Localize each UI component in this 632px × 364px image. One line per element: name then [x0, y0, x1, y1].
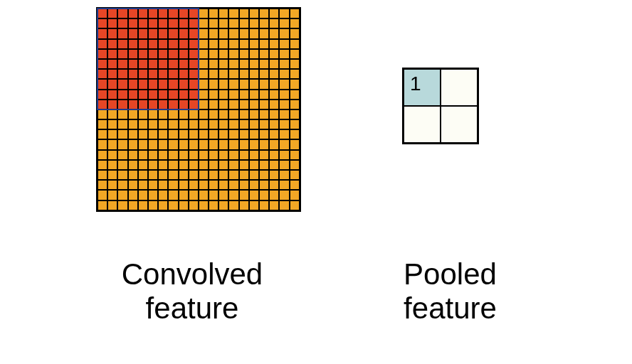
region-cell: [138, 100, 148, 109]
convolved-cell: [209, 69, 218, 79]
convolved-cell: [239, 139, 249, 149]
convolved-cell: [249, 69, 259, 79]
convolved-cell: [228, 69, 238, 79]
convolved-cell: [290, 180, 300, 190]
convolved-cell: [259, 109, 269, 119]
convolved-cell: [228, 79, 238, 89]
convolved-cell: [290, 160, 300, 170]
convolved-cell: [239, 69, 249, 79]
region-cell: [148, 39, 158, 49]
convolved-cell: [138, 180, 148, 190]
convolved-cell: [148, 190, 158, 200]
region-cell: [168, 28, 178, 38]
convolved-cell: [138, 139, 148, 149]
region-cell: [158, 100, 168, 109]
region-cell: [148, 18, 158, 28]
convolved-cell: [218, 129, 228, 139]
region-cell: [128, 69, 138, 79]
convolved-cell: [259, 18, 269, 28]
convolved-cell: [228, 119, 238, 129]
convolved-cell: [158, 200, 168, 210]
convolved-cell: [228, 90, 238, 100]
convolved-cell: [168, 190, 178, 200]
region-cell: [148, 100, 158, 109]
convolved-cell: [249, 129, 259, 139]
region-cell: [98, 69, 107, 79]
convolved-cell: [179, 150, 189, 160]
region-cell: [107, 18, 117, 28]
region-cell: [98, 90, 107, 100]
convolved-cell: [117, 160, 127, 170]
convolved-cell: [228, 28, 238, 38]
region-cell: [128, 9, 138, 18]
convolved-label: Convolved feature: [85, 257, 299, 326]
convolved-cell: [269, 150, 279, 160]
pooled-label-line1: Pooled: [404, 257, 497, 291]
convolved-cell: [218, 109, 228, 119]
convolved-cell: [138, 160, 148, 170]
convolved-cell: [290, 100, 300, 109]
region-cell: [98, 49, 107, 59]
convolved-cell: [269, 28, 279, 38]
convolved-cell: [279, 39, 289, 49]
region-cell: [168, 9, 178, 18]
region-cell: [117, 100, 127, 109]
region-cell: [128, 49, 138, 59]
region-cell: [148, 69, 158, 79]
convolved-cell: [209, 109, 218, 119]
convolved-cell: [249, 200, 259, 210]
region-cell: [158, 90, 168, 100]
convolved-cell: [199, 90, 209, 100]
region-cell: [107, 100, 117, 109]
region-cell: [117, 59, 127, 69]
convolved-cell: [228, 100, 238, 109]
region-cell: [189, 18, 199, 28]
convolved-cell: [239, 180, 249, 190]
convolved-cell: [249, 90, 259, 100]
convolved-cell: [259, 79, 269, 89]
region-cell: [158, 28, 168, 38]
convolved-cell: [128, 190, 138, 200]
convolved-cell: [168, 119, 178, 129]
convolved-cell: [138, 119, 148, 129]
convolved-cell: [209, 160, 218, 170]
convolved-cell: [290, 170, 300, 180]
region-cell: [117, 39, 127, 49]
convolved-cell: [117, 109, 127, 119]
convolved-cell: [168, 129, 178, 139]
region-cell: [179, 69, 189, 79]
region-cell: [128, 90, 138, 100]
convolved-cell: [249, 160, 259, 170]
region-cell: [148, 49, 158, 59]
region-cell: [117, 9, 127, 18]
convolved-cell: [179, 109, 189, 119]
convolved-cell: [138, 109, 148, 119]
convolved-cell: [199, 39, 209, 49]
region-cell: [138, 59, 148, 69]
convolved-cell: [279, 200, 289, 210]
convolved-cell: [179, 119, 189, 129]
region-cell: [179, 9, 189, 18]
convolved-cell: [199, 200, 209, 210]
convolved-cell: [98, 160, 107, 170]
convolved-cell: [189, 180, 199, 190]
convolved-cell: [228, 170, 238, 180]
convolved-cell: [259, 49, 269, 59]
convolved-cell: [218, 9, 228, 18]
region-cell: [98, 18, 107, 28]
convolved-cell: [128, 129, 138, 139]
convolved-cell: [189, 150, 199, 160]
convolved-cell: [290, 59, 300, 69]
convolved-cell: [179, 160, 189, 170]
region-cell: [107, 69, 117, 79]
region-cell: [117, 28, 127, 38]
convolved-cell: [189, 190, 199, 200]
convolved-cell: [107, 119, 117, 129]
convolved-cell: [249, 139, 259, 149]
pooled-feature-block: 1: [402, 68, 479, 144]
convolved-cell: [199, 28, 209, 38]
region-cell: [189, 69, 199, 79]
convolved-cell: [249, 109, 259, 119]
convolved-cell: [199, 49, 209, 59]
convolved-cell: [269, 129, 279, 139]
